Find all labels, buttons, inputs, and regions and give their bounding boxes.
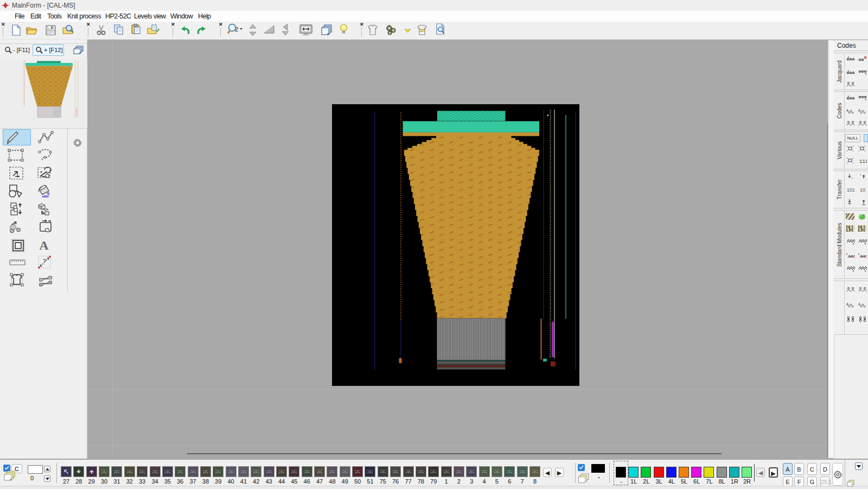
svg-text:101: 101 [847,187,855,193]
svg-text:S: S [865,255,867,258]
svg-text:S: S [853,255,855,258]
svg-text:10: 10 [860,187,865,193]
svg-text:111: 111 [859,159,867,164]
svg-text:2: 2 [235,26,238,33]
svg-text:A: A [39,239,49,251]
